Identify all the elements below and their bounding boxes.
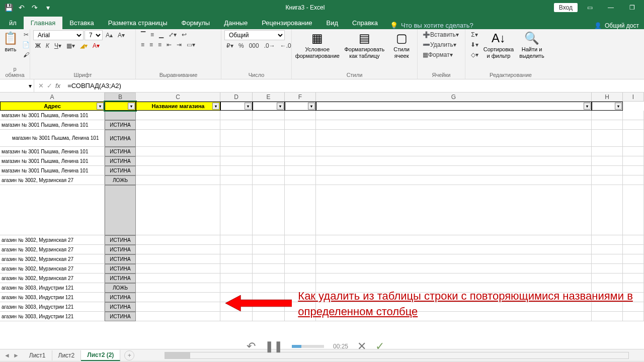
cell-result[interactable]: ЛОЖЬ: [105, 283, 136, 293]
filter-icon[interactable]: ▾: [584, 103, 591, 110]
progress-bar[interactable]: [292, 345, 324, 348]
sort-filter-button[interactable]: A↓Сортировка и фильтр: [482, 30, 515, 59]
cell-result[interactable]: ИСТИНА: [105, 147, 136, 156]
indent-inc-icon[interactable]: ⇥: [175, 40, 184, 49]
cell[interactable]: [253, 185, 285, 235]
font-size-select[interactable]: 7: [85, 30, 103, 40]
cell[interactable]: [592, 120, 623, 130]
cell[interactable]: [316, 274, 592, 283]
cell[interactable]: [220, 130, 253, 147]
col-header-e[interactable]: E: [253, 93, 285, 101]
cell[interactable]: [285, 130, 316, 147]
cell-address[interactable]: агазин № 3003, Индустрии 121: [0, 302, 105, 312]
tab-insert[interactable]: Вставка: [62, 17, 101, 29]
confirm-record-icon[interactable]: ✓: [375, 340, 384, 353]
save-icon[interactable]: 💾: [4, 3, 13, 12]
cell[interactable]: [220, 166, 253, 175]
cell[interactable]: [623, 130, 644, 147]
cell[interactable]: [623, 274, 644, 283]
align-left-icon[interactable]: ≡: [139, 40, 146, 49]
cell[interactable]: [285, 175, 316, 185]
cell[interactable]: [136, 245, 220, 254]
cancel-record-icon[interactable]: ✕: [357, 340, 366, 353]
merge-icon[interactable]: ▭▾: [185, 40, 197, 49]
cell[interactable]: [285, 254, 316, 264]
paste-button[interactable]: 📋 вить: [3, 30, 18, 53]
indent-dec-icon[interactable]: ⇤: [165, 40, 174, 49]
currency-icon[interactable]: ₽▾: [224, 41, 235, 50]
cell-result[interactable]: ИСТИНА: [105, 264, 136, 274]
col-header-i[interactable]: I: [623, 93, 644, 101]
cell[interactable]: [592, 245, 623, 254]
table-row[interactable]: магазин № 3001 Пышма, Ленина 101ИСТИНА: [0, 120, 644, 130]
cell-result[interactable]: ИСТИНА: [105, 235, 136, 245]
cell[interactable]: [220, 147, 253, 156]
chevron-down-icon[interactable]: ▾: [29, 82, 32, 89]
cell[interactable]: [592, 185, 623, 235]
cell-result[interactable]: ИСТИНА: [105, 254, 136, 264]
cell[interactable]: [253, 156, 285, 166]
bold-button[interactable]: Ж: [33, 41, 43, 50]
cell[interactable]: [623, 175, 644, 185]
ribbon-display-icon[interactable]: ▭: [581, 1, 599, 14]
worksheet-grid[interactable]: A B C D E F G H I Адрес▾ ▾ Название мага…: [0, 93, 644, 349]
wrap-text-icon[interactable]: ↩: [180, 30, 189, 39]
undo-record-icon[interactable]: ↶: [247, 340, 256, 353]
sheet-tab-2[interactable]: Лист2: [52, 350, 82, 360]
cell-address[interactable]: агазин № 3003, Индустрии 121: [0, 312, 105, 321]
col-header-d[interactable]: D: [220, 93, 253, 101]
cell[interactable]: [136, 302, 220, 312]
cell[interactable]: [253, 274, 285, 283]
login-button[interactable]: Вход: [554, 3, 578, 12]
cell[interactable]: [592, 235, 623, 245]
cell[interactable]: [623, 156, 644, 166]
table-row[interactable]: магазин № 3001 Пышма, Ленина 101: [0, 111, 644, 120]
align-center-icon[interactable]: ≡: [147, 40, 155, 49]
filter-icon[interactable]: ▾: [245, 103, 252, 110]
cell[interactable]: [316, 264, 592, 274]
cell[interactable]: [316, 185, 592, 235]
col-header-h[interactable]: H: [592, 93, 623, 101]
cell[interactable]: [220, 264, 253, 274]
cell[interactable]: [623, 254, 644, 264]
cell-result[interactable]: ЛОЖЬ: [105, 175, 136, 185]
cell[interactable]: [285, 156, 316, 166]
header-e[interactable]: ▾: [253, 102, 285, 111]
cell[interactable]: [592, 156, 623, 166]
cell-address[interactable]: магазин № 3001 Пышма, Ленина 101: [0, 156, 105, 166]
cell-result[interactable]: [105, 185, 136, 235]
cell[interactable]: [592, 254, 623, 264]
cell[interactable]: [253, 120, 285, 130]
table-row[interactable]: магазин № 3001 Пышма, Ленина 101ИСТИНА: [0, 147, 644, 156]
cell-address[interactable]: агазин № 3003, Индустрии 121: [0, 283, 105, 293]
col-header-g[interactable]: G: [316, 93, 592, 101]
cell[interactable]: [623, 235, 644, 245]
cell-result[interactable]: [105, 111, 136, 120]
fx-icon[interactable]: fx: [55, 82, 60, 89]
cell[interactable]: [285, 235, 316, 245]
cell-address[interactable]: агазин № 3002, Мурзинская 27: [0, 175, 105, 185]
cell[interactable]: [136, 264, 220, 274]
tab-file[interactable]: йл: [2, 17, 24, 29]
enter-formula-icon[interactable]: ✓: [47, 82, 52, 89]
cell[interactable]: [220, 175, 253, 185]
cell[interactable]: [136, 235, 220, 245]
cell[interactable]: [592, 264, 623, 274]
cell-address[interactable]: магазин № 3001 Пышма, Ленина 101: [0, 147, 105, 156]
filter-icon[interactable]: ▾: [308, 103, 315, 110]
cell[interactable]: [592, 274, 623, 283]
decrease-font-icon[interactable]: A▾: [116, 31, 127, 40]
cell[interactable]: [136, 293, 220, 302]
cell[interactable]: [316, 156, 592, 166]
cell-result[interactable]: ИСТИНА: [105, 156, 136, 166]
header-address[interactable]: Адрес▾: [0, 102, 105, 111]
tab-review[interactable]: Рецензирование: [255, 17, 319, 29]
align-middle-icon[interactable]: ≡: [148, 30, 156, 39]
decrease-decimal-icon[interactable]: ←.0: [278, 41, 293, 50]
header-b[interactable]: ▾: [105, 102, 136, 111]
cell-address[interactable]: магазин № 3001 Пышма, Ленина 101: [0, 166, 105, 175]
cell[interactable]: [253, 147, 285, 156]
formula-input[interactable]: =СОВПАД(A3;A2): [64, 82, 644, 89]
cell[interactable]: [253, 130, 285, 147]
cell-result[interactable]: ИСТИНА: [105, 302, 136, 312]
